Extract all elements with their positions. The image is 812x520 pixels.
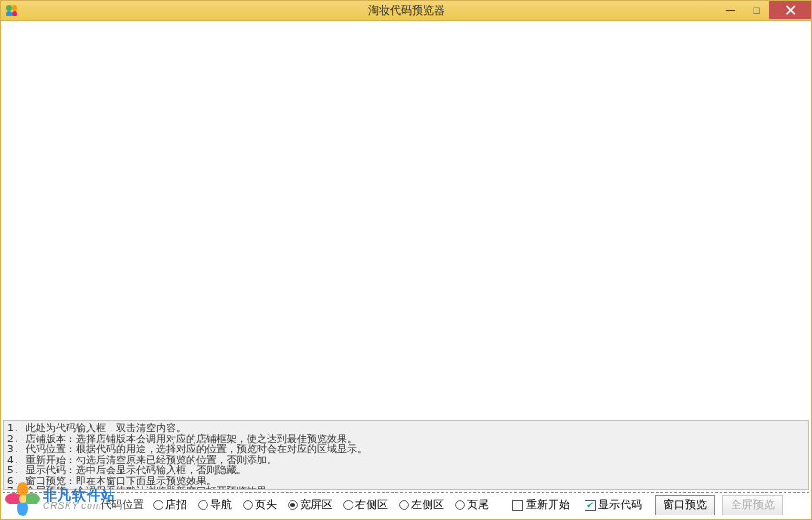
maximize-button[interactable]: □ [743, 1, 769, 19]
radio-label: 页尾 [467, 497, 489, 513]
position-label: 代码位置 [100, 497, 144, 513]
radio-icon [243, 500, 253, 510]
radio-label: 导航 [210, 497, 232, 513]
radio-icon [198, 500, 208, 510]
window-controls: ─ □ ✕ [718, 1, 811, 19]
svg-point-3 [12, 11, 17, 16]
radio-icon [399, 500, 409, 510]
radio-icon [343, 500, 353, 510]
code-line: 3. 代码位置：根据代码的用途，选择对应的位置，预览时会在对应的区域显示。 [7, 444, 805, 455]
svg-point-0 [6, 5, 12, 11]
radio-icon [153, 500, 163, 510]
radio-label: 页头 [255, 497, 277, 513]
minimize-button[interactable]: ─ [718, 1, 743, 19]
radio-icon [288, 500, 298, 510]
check-label: 重新开始 [526, 497, 570, 513]
app-icon [5, 4, 19, 18]
check-show-code[interactable]: 显示代码 [585, 497, 642, 513]
radio-icon [455, 500, 465, 510]
radio-label: 左侧区 [411, 497, 444, 513]
radio-header[interactable]: 页头 [243, 497, 277, 513]
preview-area [3, 21, 809, 419]
checkbox-icon [585, 500, 596, 511]
radio-footer[interactable]: 页尾 [455, 497, 489, 513]
radio-shop-sign[interactable]: 店招 [153, 497, 187, 513]
radio-label: 宽屏区 [300, 497, 332, 513]
radio-right[interactable]: 右侧区 [343, 497, 388, 513]
titlebar: 淘妆代码预览器 ─ □ ✕ [1, 1, 811, 21]
radio-wide[interactable]: 宽屏区 [288, 497, 332, 513]
close-button[interactable]: ✕ [769, 1, 811, 19]
code-line: 5. 显示代码：选中后会显示代码输入框，否则隐藏。 [7, 465, 805, 476]
code-line: 7. 全屏预览：会调用系统默认浏览器新窗口打开预览效果。 [7, 486, 805, 490]
fullscreen-preview-button[interactable]: 全屏预览 [722, 495, 783, 515]
radio-nav[interactable]: 导航 [198, 497, 232, 513]
check-restart[interactable]: 重新开始 [512, 497, 570, 513]
check-label: 显示代码 [598, 497, 642, 513]
main-window: 淘妆代码预览器 ─ □ ✕ 1. 此处为代码输入框，双击清空内容。 2. 店铺版… [0, 0, 812, 520]
window-title: 淘妆代码预览器 [368, 3, 445, 18]
radio-label: 店招 [165, 497, 187, 513]
window-preview-button[interactable]: 窗口预览 [655, 495, 715, 515]
controls-group: 代码位置 店招 导航 页头 宽屏区 右侧区 [100, 495, 783, 515]
code-input-panel[interactable]: 1. 此处为代码输入框，双击清空内容。 2. 店铺版本：选择店铺版本会调用对应的… [3, 420, 809, 490]
checkbox-icon [512, 500, 523, 511]
radio-left[interactable]: 左侧区 [399, 497, 444, 513]
radio-label: 右侧区 [355, 497, 388, 513]
bottom-toolbar: 代码位置 店招 导航 页头 宽屏区 右侧区 [3, 492, 809, 517]
svg-point-1 [12, 5, 17, 11]
code-line: 1. 此处为代码输入框，双击清空内容。 [7, 423, 805, 434]
svg-point-2 [6, 11, 12, 16]
